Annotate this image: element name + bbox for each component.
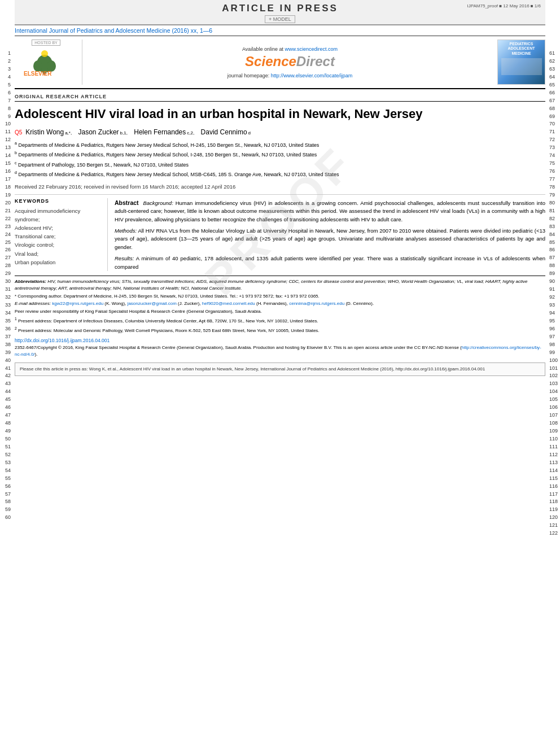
- keyword-3: Transitional care;: [15, 232, 102, 241]
- journal-title-link[interactable]: International Journal of Pediatrics and …: [15, 27, 212, 34]
- line-num-30: 30: [0, 278, 11, 286]
- svg-point-2: [33, 60, 42, 72]
- corresponding-label: * Corresponding author.: [15, 294, 63, 299]
- line-num-32: 32: [0, 294, 11, 302]
- line-num-100: 100: [549, 357, 560, 365]
- affil-sup-d: d: [15, 171, 17, 174]
- email-cennimo[interactable]: cennima@njms.rutgers.edu: [289, 301, 344, 306]
- svg-text:ELSEVIER: ELSEVIER: [24, 71, 52, 76]
- methods-label: Methods:: [115, 228, 137, 234]
- right-line-numbers: 61 62 63 64 65 66 67 68 69 70 71 72 73 7…: [548, 0, 560, 538]
- line-num-37: 37: [0, 333, 11, 341]
- line-num-94: 94: [549, 309, 560, 317]
- sciencedirect-logo: ScienceDirect: [245, 54, 335, 69]
- line-num-107: 107: [549, 412, 560, 420]
- line-num-53: 53: [0, 459, 11, 467]
- line-num-93: 93: [549, 302, 560, 309]
- line-num-16: 16: [0, 168, 11, 176]
- line-num-69: 69: [549, 113, 560, 121]
- line-num-71: 71: [549, 128, 560, 136]
- authors-line: Q5 Kristin Wonga,*, Jason Zuckerb,1, Hel…: [15, 128, 545, 136]
- line-num-8: 8: [0, 105, 11, 113]
- line-num-46: 46: [0, 404, 11, 412]
- line-num-70: 70: [549, 120, 560, 128]
- line-num-65: 65: [549, 81, 560, 89]
- peer-review-line: Peer review under responsibility of King…: [15, 308, 545, 315]
- author-sup-d: d: [248, 130, 251, 136]
- line-num-18: 18: [0, 184, 11, 191]
- note2-sup: 2: [15, 326, 17, 330]
- line-num-102: 102: [549, 372, 560, 380]
- line-num-33: 33: [0, 302, 11, 309]
- line-num-86: 86: [549, 246, 560, 254]
- line-num-92: 92: [549, 294, 560, 302]
- line-num-49: 49: [0, 427, 11, 435]
- doi-link[interactable]: http://dx.doi.org/10.1016/j.ijpam.2016.0…: [15, 338, 110, 343]
- line-num-51: 51: [0, 443, 11, 451]
- line-num-31: 31: [0, 286, 11, 294]
- line-num-52: 52: [0, 451, 11, 459]
- line-num-108: 108: [549, 420, 560, 427]
- affil-a-text: Departments of Medicine & Pediatrics, Ru…: [18, 142, 319, 148]
- email-label: E-mail addresses:: [15, 301, 51, 306]
- line-num-110: 110: [549, 435, 560, 443]
- line-num-64: 64: [549, 73, 560, 81]
- line-num-26: 26: [0, 246, 11, 254]
- line-num-25: 25: [0, 239, 11, 247]
- sciencedirect-box: Available online at www.sciencedirect.co…: [82, 40, 497, 85]
- author-sup-c: c,2,: [187, 130, 194, 136]
- email-fernandes[interactable]: hef9020@med.cornell.edu: [202, 301, 255, 306]
- line-num-66: 66: [549, 89, 560, 97]
- line-num-35: 35: [0, 317, 11, 325]
- line-num-119: 119: [549, 506, 560, 514]
- line-num-43: 43: [0, 380, 11, 388]
- line-num-116: 116: [549, 483, 560, 491]
- line-num-38: 38: [0, 341, 11, 349]
- line-num-58: 58: [0, 498, 11, 506]
- keywords-title: KEYWORDS: [15, 198, 102, 204]
- affil-sup-b: b: [15, 151, 17, 155]
- methods-body: All HIV RNA VLs from the Molecular Virol…: [115, 228, 545, 250]
- author-kristin-wong: Kristin Wong: [25, 128, 64, 136]
- journal-homepage-link[interactable]: http://www.elsevier.com/locate/ijpam: [271, 73, 353, 78]
- journal-homepage-text: journal homepage: http://www.elsevier.co…: [228, 73, 353, 78]
- keyword-2: Adolescent HIV;: [15, 224, 102, 232]
- note2-text: Present address: Molecular and Genomic P…: [18, 328, 320, 333]
- line-num-40: 40: [0, 357, 11, 365]
- background-label: Background:: [143, 200, 173, 206]
- line-num-74: 74: [549, 152, 560, 160]
- email-wong[interactable]: kgw22@njms.rutgers.edu: [52, 301, 103, 306]
- line-num-85: 85: [549, 239, 560, 247]
- line-num-73: 73: [549, 144, 560, 152]
- results-body: A minimum of 40 pediatric, 178 adolescen…: [115, 255, 545, 270]
- line-num-11: 11: [0, 128, 11, 136]
- footnotes-section: Abbreviations: HIV, human immunodeficien…: [15, 276, 545, 334]
- line-num-91: 91: [549, 286, 560, 294]
- line-num-12: 12: [0, 136, 11, 144]
- line-num-13: 13: [0, 144, 11, 152]
- line-num-97: 97: [549, 333, 560, 341]
- line-num-20: 20: [0, 199, 11, 207]
- line-num-47: 47: [0, 412, 11, 420]
- line-num-103: 103: [549, 380, 560, 388]
- line-num-79: 79: [549, 191, 560, 199]
- affiliations: a Departments of Medicine & Pediatrics, …: [15, 141, 545, 179]
- author-jason-zucker: Jason Zucker: [78, 128, 119, 136]
- email-zucker[interactable]: jasonzucker@gmail.com: [128, 301, 177, 306]
- author-sup-b: b,1,: [120, 130, 128, 136]
- line-num-50: 50: [0, 435, 11, 443]
- methods-text: Methods: All HIV RNA VLs from the Molecu…: [115, 227, 545, 252]
- line-num-10: 10: [0, 120, 11, 128]
- sciencedirect-url[interactable]: www.sciencedirect.com: [285, 46, 338, 52]
- line-num-55: 55: [0, 475, 11, 483]
- content-area: PROOF ORIGINAL RESEARCH ARTICLE Adolesce…: [15, 94, 545, 376]
- line-num-56: 56: [0, 483, 11, 491]
- line-num-61: 61: [549, 50, 560, 58]
- note1-line: 1 Present address: Department of Infecti…: [15, 316, 545, 325]
- line-num-96: 96: [549, 325, 560, 333]
- line-num-1: 1: [0, 50, 11, 58]
- affil-b: b Departments of Medicine & Pediatrics, …: [15, 150, 545, 159]
- journal-header: International Journal of Pediatrics and …: [15, 25, 545, 36]
- abbreviations-line: Abbreviations: HIV, human immunodeficien…: [15, 278, 545, 292]
- article-type: ORIGINAL RESEARCH ARTICLE: [15, 94, 545, 102]
